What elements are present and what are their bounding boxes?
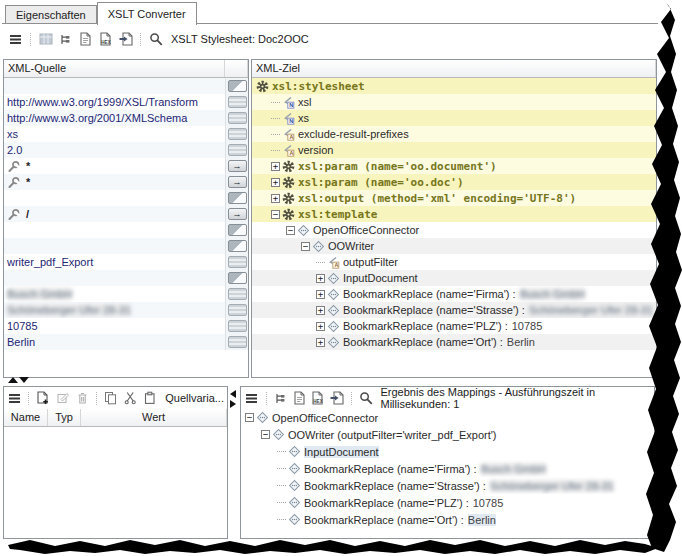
document-icon[interactable] — [292, 391, 306, 406]
mapping-arrow-button[interactable]: → — [228, 160, 247, 172]
tab-xslt-converter[interactable]: XSLT Converter — [97, 2, 197, 25]
target-tree-row[interactable]: Nxs — [252, 110, 656, 126]
hex-document-icon[interactable]: HEX — [311, 391, 325, 406]
result-tree-row[interactable]: InputDocument — [241, 443, 654, 460]
target-tree-row[interactable]: xsl:stylesheet — [252, 78, 656, 94]
document-icon[interactable] — [78, 32, 93, 47]
target-tree-row[interactable]: Aexclude-result-prefixes — [252, 126, 656, 142]
source-row[interactable] — [4, 190, 248, 206]
new-variable-icon[interactable] — [36, 391, 50, 406]
target-tree-row[interactable]: +BookmarkReplace (name='PLZ') :10785 — [252, 318, 656, 334]
source-row[interactable]: xs — [4, 126, 248, 142]
result-tree-row[interactable]: BookmarkReplace (name='Ort') :Berlin — [241, 511, 654, 528]
target-tree-row[interactable]: +BookmarkReplace (name='Ort') :Berlin — [252, 334, 656, 350]
expand-icon[interactable]: + — [271, 194, 280, 203]
source-row[interactable]: Busch GmbH — [4, 286, 248, 302]
mapping-arrow-button[interactable]: → — [228, 176, 247, 188]
source-row[interactable]: Schöneberger Ufer 28-31 — [4, 302, 248, 318]
target-tree-row[interactable]: AoutputFilter — [252, 254, 656, 270]
target-tree-row[interactable]: +BookmarkReplace (name='Firma') :Busch G… — [252, 286, 656, 302]
source-row[interactable]: Berlin — [4, 334, 248, 350]
source-row[interactable]: http://www.w3.org/1999/XSL/Transform — [4, 94, 248, 110]
transform-document-icon[interactable] — [118, 32, 133, 47]
mapping-arrow-button[interactable]: → — [228, 208, 247, 220]
target-tree-row[interactable]: Nxsl — [252, 94, 656, 110]
menu-icon[interactable] — [8, 32, 23, 47]
collapse-up-icon[interactable] — [8, 377, 18, 383]
mapping-diag-button[interactable] — [228, 192, 247, 204]
vertical-splitter[interactable] — [230, 390, 236, 408]
target-tree-row[interactable]: Aversion — [252, 142, 656, 158]
collapse-right-icon[interactable] — [230, 400, 236, 408]
expand-icon[interactable]: + — [271, 162, 280, 171]
mapping-diag-button[interactable] — [228, 80, 247, 92]
paste-icon[interactable] — [143, 391, 157, 406]
collapse-icon[interactable]: − — [286, 226, 295, 235]
result-tree-row[interactable]: BookmarkReplace (name='PLZ') :10785 — [241, 494, 654, 511]
column-wert[interactable]: Wert — [81, 409, 227, 426]
mapping-lines-button[interactable] — [228, 144, 247, 156]
source-row[interactable]: writer_pdf_Export — [4, 254, 248, 270]
mapping-lines-button[interactable] — [228, 304, 247, 316]
target-tree-row[interactable]: +BookmarkReplace (name='Strasse') :Schön… — [252, 302, 656, 318]
edit-icon[interactable] — [56, 391, 70, 406]
column-typ[interactable]: Typ — [48, 409, 81, 426]
source-column-header[interactable]: XML-Quelle — [4, 60, 225, 77]
transform-document-icon[interactable] — [330, 391, 344, 406]
collapse-icon[interactable]: − — [301, 242, 310, 251]
source-row[interactable]: 2.0 — [4, 142, 248, 158]
target-tree-row[interactable]: −xsl:template — [252, 206, 656, 222]
collapse-icon[interactable]: − — [261, 430, 270, 439]
delete-icon[interactable] — [75, 391, 89, 406]
mapping-lines-button[interactable] — [228, 96, 247, 108]
target-tree-row[interactable]: −OOWriter — [252, 238, 656, 254]
mapping-diag-button[interactable] — [228, 272, 247, 284]
collapse-down-icon[interactable] — [19, 377, 29, 383]
cut-icon[interactable] — [124, 391, 138, 406]
source-row[interactable]: *→ — [4, 158, 248, 174]
expand-icon[interactable]: + — [316, 306, 325, 315]
result-tree-row[interactable]: BookmarkReplace (name='Strasse') :Schöne… — [241, 477, 654, 494]
expand-icon[interactable]: + — [316, 290, 325, 299]
source-row[interactable] — [4, 270, 248, 286]
collapse-icon[interactable]: − — [245, 413, 254, 422]
grid-icon[interactable] — [38, 32, 53, 47]
mapping-lines-button[interactable] — [228, 128, 247, 140]
column-name[interactable]: Name — [4, 409, 48, 426]
tree-icon[interactable] — [274, 391, 288, 406]
search-icon[interactable] — [359, 391, 373, 406]
mapping-lines-button[interactable] — [228, 288, 247, 300]
tree-icon[interactable] — [58, 32, 73, 47]
result-tree-row[interactable]: −OOWriter (outputFilter='writer_pdf_Expo… — [241, 426, 654, 443]
result-tree-row[interactable]: −OpenOfficeConnector — [241, 409, 654, 426]
collapse-left-icon[interactable] — [230, 390, 236, 398]
mapping-lines-button[interactable] — [228, 320, 247, 332]
expand-icon[interactable]: + — [316, 338, 325, 347]
collapse-icon[interactable]: − — [271, 210, 280, 219]
expand-icon[interactable]: + — [271, 178, 280, 187]
menu-icon[interactable] — [245, 391, 259, 406]
source-row[interactable]: *→ — [4, 174, 248, 190]
target-tree-row[interactable]: +InputDocument — [252, 270, 656, 286]
search-icon[interactable] — [148, 32, 163, 47]
mapping-lines-button[interactable] — [228, 112, 247, 124]
tab-eigenschaften[interactable]: Eigenschaften — [5, 5, 97, 24]
target-column-header[interactable]: XML-Ziel — [252, 60, 656, 77]
horizontal-splitter[interactable] — [8, 377, 29, 383]
source-row[interactable] — [4, 78, 248, 94]
source-row[interactable]: http://www.w3.org/2001/XMLSchema — [4, 110, 248, 126]
target-tree-row[interactable]: +xsl:param (name='oo.doc') — [252, 174, 656, 190]
menu-icon[interactable] — [7, 391, 21, 406]
mapping-diag-button[interactable] — [228, 224, 247, 236]
result-tree-row[interactable]: BookmarkReplace (name='Firma') :Busch Gm… — [241, 460, 654, 477]
target-tree-row[interactable]: +xsl:output (method='xml' encoding='UTF-… — [252, 190, 656, 206]
source-row[interactable] — [4, 238, 248, 254]
source-row[interactable] — [4, 222, 248, 238]
mapping-lines-button[interactable] — [228, 336, 247, 348]
expand-icon[interactable]: + — [316, 322, 325, 331]
target-tree-row[interactable]: −OpenOfficeConnector — [252, 222, 656, 238]
mapping-diag-button[interactable] — [228, 240, 247, 252]
target-tree-row[interactable]: +xsl:param (name='oo.document') — [252, 158, 656, 174]
expand-icon[interactable]: + — [316, 274, 325, 283]
hex-document-icon[interactable]: HEX — [98, 32, 113, 47]
